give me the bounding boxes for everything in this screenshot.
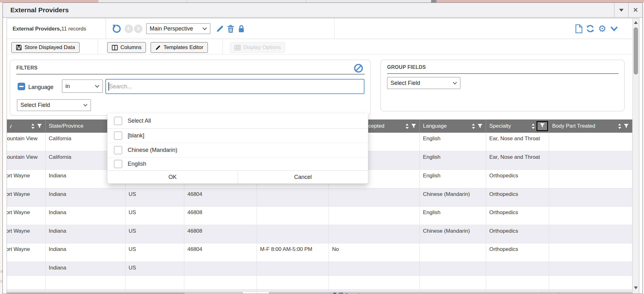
filter-funnel-icon[interactable] — [624, 124, 629, 129]
table-cell[interactable] — [125, 276, 184, 289]
table-cell[interactable] — [420, 243, 486, 262]
column-header-specialty[interactable]: Specialty — [486, 119, 549, 133]
vertical-scrollbar-thumb[interactable] — [634, 27, 638, 75]
horizontal-scrollbar-thumb[interactable] — [8, 293, 185, 294]
table-cell[interactable] — [184, 276, 257, 289]
checkbox-icon[interactable] — [114, 146, 122, 154]
table-cell[interactable] — [329, 207, 420, 225]
table-row[interactable]: IndianaUS — [7, 262, 632, 276]
table-cell[interactable] — [329, 225, 420, 243]
filter-enabled-checkbox[interactable] — [18, 83, 25, 90]
perspective-select[interactable]: Main Perspective — [146, 23, 210, 34]
table-cell[interactable] — [549, 188, 632, 206]
table-cell[interactable]: Orthopedics — [486, 243, 549, 262]
table-cell[interactable] — [549, 207, 632, 225]
table-cell[interactable]: English — [420, 170, 486, 188]
templates-editor-button[interactable]: Templates Editor — [151, 42, 208, 53]
table-cell[interactable]: Orthopedics — [486, 170, 549, 188]
table-cell[interactable]: Indiana — [46, 225, 125, 243]
table-cell[interactable]: Indiana — [46, 262, 125, 275]
dropdown-option--blank-[interactable]: [blank] — [108, 128, 368, 143]
table-cell[interactable]: 46808 — [184, 225, 257, 243]
table-cell[interactable]: M-F 8:00 AM-5:00 PM — [257, 243, 329, 262]
scroll-up-icon[interactable] — [634, 21, 638, 24]
footer-tool-icon[interactable]: ✕ — [546, 293, 550, 294]
collapse-chevron-icon[interactable] — [609, 23, 619, 34]
table-cell[interactable] — [257, 207, 329, 225]
table-cell[interactable]: Mountain View — [7, 151, 46, 169]
table-row[interactable] — [7, 276, 632, 290]
column-header-body-part-treated[interactable]: Body Part Treated — [549, 119, 632, 133]
table-cell[interactable]: US — [125, 262, 184, 275]
dialog-close-button[interactable]: ✕ — [628, 3, 642, 17]
table-cell[interactable]: 46808 — [184, 207, 257, 225]
checkbox-icon[interactable] — [114, 131, 122, 140]
table-cell[interactable]: Chinese (Mandarin) — [420, 225, 486, 243]
undo-icon[interactable] — [111, 23, 121, 34]
table-cell[interactable] — [486, 262, 549, 275]
table-cell[interactable]: Orthopedics — [486, 188, 549, 206]
table-cell[interactable] — [257, 225, 329, 243]
table-row[interactable]: Fort WayneIndianaUS46808EnglishOrthopedi… — [7, 207, 632, 225]
dropdown-ok-button[interactable]: OK — [108, 171, 238, 183]
table-cell[interactable]: 46804 — [184, 188, 257, 206]
table-cell[interactable] — [549, 170, 632, 188]
table-cell[interactable] — [549, 151, 632, 169]
sort-icon[interactable] — [531, 124, 535, 129]
table-cell[interactable]: US — [125, 225, 184, 243]
table-cell[interactable] — [184, 262, 257, 275]
select-all-option[interactable]: Select All — [108, 114, 368, 128]
table-cell[interactable]: Mountain View — [7, 133, 46, 151]
table-cell[interactable]: Orthopedics — [486, 225, 549, 243]
table-cell[interactable] — [257, 276, 329, 289]
table-cell[interactable] — [420, 276, 486, 289]
table-cell[interactable] — [420, 262, 486, 275]
dialog-menu-button[interactable] — [614, 3, 628, 17]
sort-icon[interactable] — [618, 124, 621, 129]
checkbox-icon[interactable] — [114, 160, 122, 168]
table-cell[interactable]: Orthopedics — [486, 207, 549, 225]
filter-operator-select[interactable]: in — [62, 80, 103, 93]
lock-perspective-icon[interactable] — [236, 23, 246, 34]
horizontal-scrollbar[interactable] — [7, 292, 242, 294]
scroll-down-icon[interactable] — [634, 286, 638, 289]
add-filter-field-select[interactable]: Select Field — [17, 99, 91, 111]
dropdown-option-chinese-mandarin-[interactable]: Chinese (Mandarin) — [108, 143, 368, 157]
table-cell[interactable]: Indiana — [46, 207, 125, 225]
new-document-icon[interactable] — [574, 23, 584, 34]
table-row[interactable]: Fort WayneIndianaUS46804M-F 8:00 AM-5:00… — [7, 243, 632, 262]
table-row[interactable]: Fort WayneIndianaUS46804Chinese (Mandari… — [7, 188, 632, 207]
table-cell[interactable]: Fort Wayne — [7, 243, 46, 262]
footer-warning-icon[interactable]: △ — [563, 293, 567, 294]
table-cell[interactable] — [329, 188, 420, 206]
table-cell[interactable] — [7, 262, 46, 275]
table-cell[interactable]: Indiana — [46, 188, 125, 206]
filter-funnel-icon[interactable] — [411, 124, 416, 129]
table-cell[interactable]: US — [125, 207, 184, 225]
table-cell[interactable] — [549, 262, 632, 275]
table-cell[interactable]: US — [125, 243, 184, 262]
checkbox-icon[interactable] — [114, 117, 122, 125]
group-field-select[interactable]: Select Field — [387, 77, 460, 89]
columns-button[interactable]: Columns — [107, 42, 146, 53]
table-cell[interactable]: Chinese (Mandarin) — [420, 188, 486, 206]
dropdown-option-english[interactable]: English — [108, 157, 368, 171]
table-cell[interactable] — [257, 262, 329, 275]
edit-perspective-icon[interactable] — [215, 23, 225, 34]
table-cell[interactable] — [486, 276, 549, 289]
table-cell[interactable] — [549, 243, 632, 262]
vertical-scrollbar[interactable] — [632, 19, 639, 294]
table-cell[interactable]: Ear, Nose and Throat — [486, 133, 549, 151]
table-cell[interactable] — [7, 276, 46, 289]
table-cell[interactable]: US — [125, 188, 184, 206]
filter-search-input[interactable]: Search... — [105, 79, 364, 94]
delete-perspective-icon[interactable] — [225, 23, 236, 34]
table-cell[interactable] — [257, 188, 329, 206]
sort-icon[interactable] — [472, 124, 475, 129]
settings-gear-icon[interactable]: ⚙ — [597, 23, 607, 34]
table-cell[interactable] — [329, 276, 420, 289]
table-cell[interactable]: Fort Wayne — [7, 207, 46, 225]
filter-funnel-icon[interactable] — [37, 124, 42, 129]
table-cell[interactable]: English — [420, 151, 486, 169]
column-header-language[interactable]: Language — [420, 119, 486, 133]
